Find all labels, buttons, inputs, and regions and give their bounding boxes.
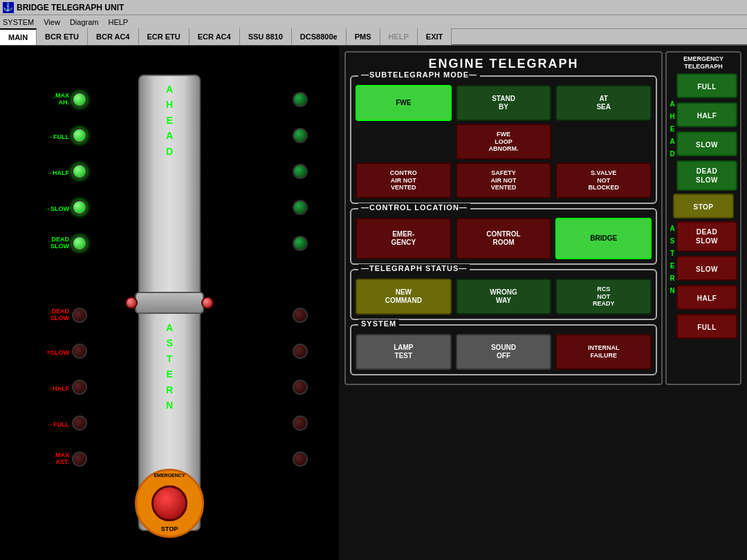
- tab-main[interactable]: MAIN: [0, 28, 37, 45]
- telegraph-status-row: NEWCOMMAND WRONGWAY RCSNOTREADY: [356, 279, 652, 315]
- btn-fwe-loop[interactable]: FWELOOPABNORM.: [456, 124, 551, 160]
- btn-contro-air[interactable]: CONTROAIR NOTVENTED: [356, 162, 452, 198]
- btn-emergency[interactable]: EMER-GENCY: [356, 218, 452, 259]
- emerg-astern-section: A S T E R N DEADSLOW SLOW HALF FULL: [670, 220, 737, 340]
- emerg-label-n: N: [670, 285, 674, 297]
- ahead-label: A H E A D: [166, 82, 173, 159]
- tab-ecr-etu[interactable]: ECR ETU: [139, 28, 190, 45]
- right-indicator-half-ah: [293, 153, 308, 189]
- emergency-stop-button[interactable]: [151, 485, 187, 521]
- btn-bridge[interactable]: BRIDGE: [555, 218, 652, 259]
- btn-lamp-test[interactable]: LAMPTEST: [356, 334, 452, 370]
- btn-svalve[interactable]: S.VALVENOTBLOCKED: [555, 162, 652, 198]
- right-panel: ENGINE TELEGRAPH —SUBTELEGRAPH MODE— FWE…: [339, 46, 747, 560]
- emergency-stop-top-text: EMERGENCY: [154, 473, 185, 478]
- menu-view[interactable]: View: [44, 18, 60, 26]
- btn-new-command[interactable]: NEWCOMMAND: [356, 279, 452, 315]
- subtelegraph-mode-label: —SUBTELEGRAPH MODE—: [358, 71, 480, 79]
- left-indicators: _MAX AH. →FULL →HALF: [31, 82, 87, 477]
- emerg-label-t: T: [670, 248, 674, 260]
- emerg-btn-half-as[interactable]: HALF: [676, 285, 737, 310]
- tab-pms[interactable]: PMS: [347, 28, 380, 45]
- emergency-stop-bottom-text: STOP: [161, 525, 178, 532]
- astern-label: A S T E R N: [166, 320, 173, 413]
- telegraph-needle: [135, 292, 204, 314]
- right-indicator-full-ah: [293, 118, 308, 153]
- btn-standby[interactable]: STANDBY: [456, 85, 552, 121]
- indicator-max-ah: _MAX AH.: [31, 82, 87, 118]
- needle-left-end: [125, 297, 138, 309]
- btn-wrong-way[interactable]: WRONGWAY: [456, 279, 552, 315]
- astern-r: R: [166, 382, 173, 398]
- btn-fwe[interactable]: FWE: [356, 85, 452, 121]
- emerg-ahead-label-container: A H E A D: [670, 98, 675, 160]
- right-indicator-max-ah: [293, 82, 308, 118]
- right-indicator-max-as: [293, 441, 308, 477]
- right-led-max-ah: [293, 92, 308, 107]
- emerg-btn-full-as[interactable]: FULL: [676, 314, 737, 339]
- btn-rcs-not-ready[interactable]: RCSNOTREADY: [555, 279, 652, 315]
- system-section: SYSTEM LAMPTEST SOUNDOFF INTERNALFAILURE: [350, 324, 657, 375]
- menu-diagram[interactable]: Diagram: [70, 18, 99, 26]
- tab-ecr-ac4[interactable]: ECR AC4: [190, 28, 240, 45]
- led-max-as: [72, 451, 87, 467]
- emerg-btn-stop[interactable]: STOP: [673, 194, 734, 218]
- emergency-telegraph-panel: EMERGENCYTELEGRAPH A H E A D FULL HALF S…: [665, 51, 741, 385]
- label-full-as: →FULL: [31, 417, 69, 429]
- btn-control-room[interactable]: CONTROLROOM: [456, 218, 552, 259]
- menu-help[interactable]: HELP: [108, 18, 128, 26]
- emergency-telegraph-title: EMERGENCYTELEGRAPH: [683, 55, 723, 71]
- right-led-half-as: [293, 380, 308, 395]
- emerg-btn-slow-ah[interactable]: SLOW: [676, 131, 737, 156]
- engine-title: ENGINE TELEGRAPH: [350, 57, 657, 71]
- control-location-label: —CONTROL LOCATION—: [358, 203, 470, 212]
- label-slow-ah: →SLOW: [31, 201, 69, 214]
- title-bar: ⚓ BRIDGE TELEGRAPH UNIT: [0, 0, 747, 15]
- btn-internal-failure[interactable]: INTERNALFAILURE: [555, 334, 652, 370]
- emerg-astern-buttons: DEADSLOW SLOW HALF FULL: [676, 220, 737, 340]
- emerg-label-a3: A: [670, 223, 674, 235]
- btn-safety-air[interactable]: SAFETYAIR NOTVENTED: [456, 162, 552, 198]
- subtelegraph-row2: FWELOOPABNORM.: [356, 124, 652, 160]
- led-max-ah: [72, 92, 87, 107]
- tab-dcs8800e[interactable]: DCS8800e: [292, 28, 347, 45]
- needle-right-end: [201, 297, 214, 309]
- btn-sound-off[interactable]: SOUNDOFF: [456, 334, 552, 370]
- led-full-as: [72, 416, 87, 431]
- astern-a: A: [166, 320, 173, 335]
- emerg-btn-dead-slow-as[interactable]: DEADSLOW: [676, 221, 737, 252]
- ahead-h: H: [166, 97, 173, 112]
- telegraph-status-section: —TELEGRAPH STATUS— NEWCOMMAND WRONGWAY R…: [350, 269, 657, 320]
- led-dead-slow-as: [72, 308, 87, 323]
- btn-at-sea[interactable]: ATSEA: [555, 85, 652, 121]
- right-led-full-ah: [293, 128, 308, 143]
- right-indicator-full-as: [293, 405, 308, 441]
- label-half-ah: →HALF: [31, 165, 69, 178]
- control-location-section: —CONTROL LOCATION— EMER-GENCY CONTROLROO…: [350, 208, 657, 265]
- right-indicators: [293, 82, 308, 477]
- ahead-a2: A: [166, 128, 173, 143]
- right-led-slow-ah: [293, 200, 308, 215]
- tab-help[interactable]: HELP: [380, 28, 418, 45]
- tab-bcr-etu[interactable]: BCR ETU: [37, 28, 88, 45]
- menu-bar: SYSTEM View Diagram HELP: [0, 15, 747, 29]
- emerg-btn-slow-as[interactable]: SLOW: [676, 256, 737, 281]
- emerg-btn-full-ah[interactable]: FULL: [676, 73, 737, 98]
- right-led-full-as: [293, 416, 308, 431]
- emerg-btn-half-ah[interactable]: HALF: [676, 102, 737, 127]
- indicator-full-as: →FULL: [31, 405, 87, 441]
- led-slow-ah: [72, 200, 87, 215]
- astern-e: E: [166, 366, 172, 382]
- menu-system[interactable]: SYSTEM: [3, 18, 34, 26]
- label-full-ah: →FULL: [31, 129, 69, 142]
- tab-exit[interactable]: EXIT: [418, 28, 452, 45]
- tab-bcr-ac4[interactable]: BCR AC4: [88, 28, 139, 45]
- center-spacer: [31, 261, 87, 297]
- right-indicator-slow-as: [293, 333, 308, 369]
- label-dead-slow-as: _DEAD SLOW: [31, 308, 69, 322]
- emerg-label-d: D: [670, 148, 674, 160]
- emerg-btn-dead-slow-ah[interactable]: DEADSLOW: [676, 160, 737, 191]
- indicator-dead-slow-as: _DEAD SLOW: [31, 297, 87, 333]
- tab-ssu8810[interactable]: SSU 8810: [240, 28, 292, 45]
- app-icon: ⚓: [3, 2, 14, 13]
